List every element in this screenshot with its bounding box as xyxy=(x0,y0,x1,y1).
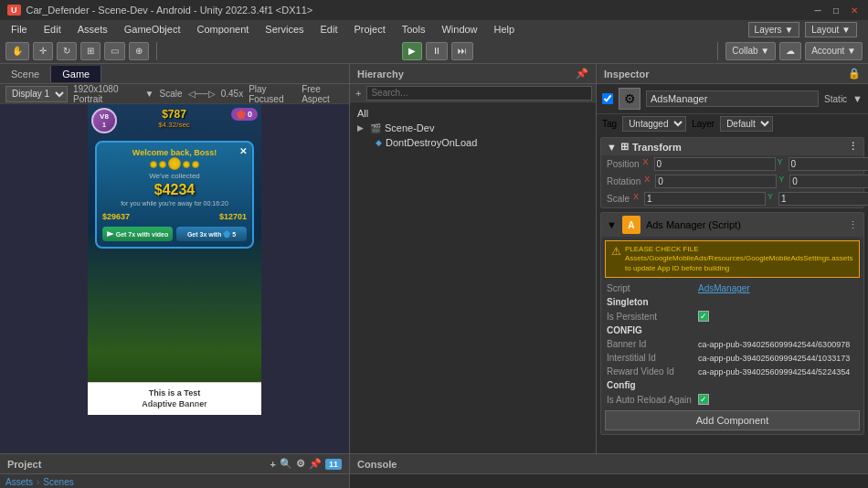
scale-label-insp: Scale xyxy=(607,194,630,204)
inspector-panel: Inspector 🔒 ⚙ Static ▼ Tag Untagged Laye… xyxy=(597,64,868,453)
hierarchy-pin[interactable]: 📌 xyxy=(576,68,588,80)
btn2-gems: 5 xyxy=(232,231,236,238)
project-search-icon[interactable]: 🔍 xyxy=(280,458,292,470)
scale-y[interactable] xyxy=(778,192,868,206)
hierarchy-header: Hierarchy 📌 xyxy=(350,64,596,84)
title-bar-left: U Car_Defender - Scene-Dev - Android - U… xyxy=(7,5,312,16)
project-pin[interactable]: 📌 xyxy=(309,458,322,470)
gameobj-icon: ◆ xyxy=(376,138,382,147)
rotate-tool[interactable]: ↻ xyxy=(57,42,77,60)
object-enabled-checkbox[interactable] xyxy=(602,93,613,104)
hierarchy-search[interactable] xyxy=(366,86,592,101)
scale-slider[interactable]: ◁──▷ xyxy=(188,89,216,99)
menu-component[interactable]: Component xyxy=(189,22,256,37)
is-persistent-row: Is Persistent ✓ xyxy=(601,309,863,324)
scene-game-panel: Scene Game Display 1 1920x1080 Portrait … xyxy=(0,64,350,453)
scale-tool[interactable]: ⊞ xyxy=(80,42,101,60)
menu-gameobject[interactable]: GameObject xyxy=(117,22,188,37)
coins-pile xyxy=(102,161,247,170)
menu-project[interactable]: Project xyxy=(347,22,393,37)
transform-icon: ⊞ xyxy=(620,141,629,153)
hierarchy-add-button[interactable]: + xyxy=(354,88,363,99)
ads-options[interactable]: ⋮ xyxy=(848,219,858,231)
menu-services[interactable]: Services xyxy=(258,22,311,37)
project-add[interactable]: + xyxy=(270,459,276,470)
script-value[interactable]: AdsManager xyxy=(698,283,750,293)
transform-title: Transform xyxy=(632,142,682,153)
transform-tool[interactable]: ⊕ xyxy=(129,42,149,60)
transform-options[interactable]: ⋮ xyxy=(848,141,858,153)
rotation-row: Rotation X Y Z xyxy=(601,173,863,190)
position-y[interactable] xyxy=(789,157,868,171)
rotation-x[interactable] xyxy=(655,175,777,188)
add-component-button[interactable]: Add Component xyxy=(605,410,860,430)
y-label: Y xyxy=(778,157,787,171)
banner-line1: This is a Test xyxy=(149,388,200,399)
rect-tool[interactable]: ▭ xyxy=(104,42,125,60)
title-bar-controls[interactable]: ─ □ ✕ xyxy=(811,4,861,16)
minimize-button[interactable]: ─ xyxy=(811,4,824,16)
inspector-lock[interactable]: 🔒 xyxy=(848,68,861,80)
is-persistent-checkbox[interactable]: ✓ xyxy=(698,311,709,322)
menu-edit[interactable]: Edit xyxy=(37,22,69,37)
coin xyxy=(192,161,199,168)
display-select[interactable]: Display 1 xyxy=(5,86,68,102)
tab-game[interactable]: Game xyxy=(51,66,101,82)
coin xyxy=(159,161,166,168)
layer-select[interactable]: Default xyxy=(720,116,773,132)
title-bar: U Car_Defender - Scene-Dev - Android - U… xyxy=(0,0,868,20)
account-button[interactable]: Account ▼ xyxy=(805,42,863,60)
scene-dev-label: Scene-Dev xyxy=(385,122,434,133)
get-7x-button[interactable]: Get 7x with video xyxy=(102,227,173,241)
dontdestroy-item[interactable]: ◆ DontDestroyOnLoad xyxy=(350,135,596,150)
scene-dev-item[interactable]: ▶ 🎬 Scene-Dev xyxy=(350,121,596,135)
maximize-button[interactable]: □ xyxy=(830,4,842,16)
game-viewport: V8 1 $787 $4.32/sec 0 xyxy=(0,104,349,453)
layout-dropdown[interactable]: Layout ▼ xyxy=(805,22,857,37)
menu-tools[interactable]: Tools xyxy=(395,22,433,37)
ads-manager-section: ▼ A Ads Manager (Script) ⋮ ⚠ PLEASE CHEC… xyxy=(600,212,864,435)
menu-window[interactable]: Window xyxy=(434,22,484,37)
breadcrumb-assets[interactable]: Assets xyxy=(5,477,33,487)
collab-button[interactable]: Collab ▼ xyxy=(725,42,776,60)
hand-tool[interactable]: ✋ xyxy=(5,42,29,60)
position-x[interactable] xyxy=(654,157,776,171)
project-settings[interactable]: ⚙ xyxy=(296,458,305,470)
console-area: Console Reporting analytics data: /versi… xyxy=(350,454,868,488)
console-header: Console xyxy=(350,454,868,474)
cloud-button[interactable]: ☁ xyxy=(779,42,801,60)
menu-edit2[interactable]: Edit xyxy=(313,22,345,37)
rotation-y[interactable] xyxy=(789,175,868,188)
scale-row: Scale X Y Z xyxy=(601,190,863,207)
banner-id-value: ca-app-pub-3940256099942544/6300978 xyxy=(698,340,858,349)
step-button[interactable]: ⏭ xyxy=(451,42,473,60)
ads-icon: A xyxy=(622,216,640,234)
all-label: All xyxy=(357,108,368,119)
play-button[interactable]: ▶ xyxy=(402,42,422,60)
scale-x[interactable] xyxy=(644,192,766,206)
menu-help[interactable]: Help xyxy=(487,22,523,37)
menu-file[interactable]: File xyxy=(4,22,35,37)
object-name-field[interactable] xyxy=(646,90,819,107)
sy-label: Y xyxy=(767,192,777,206)
position-label: Position xyxy=(607,159,640,169)
dontdestroy-label: DontDestroyOnLoad xyxy=(386,137,477,148)
layers-dropdown[interactable]: Layers ▼ xyxy=(748,22,800,37)
move-tool[interactable]: ✛ xyxy=(33,42,53,60)
close-button[interactable]: ✕ xyxy=(848,4,861,16)
dialog-close-button[interactable]: ✕ xyxy=(239,146,247,156)
tag-select[interactable]: Untagged xyxy=(622,116,686,132)
config-header: CONFIG xyxy=(601,324,863,337)
tab-scene[interactable]: Scene xyxy=(0,66,51,82)
singleton-label: Singleton xyxy=(607,297,649,307)
get-3x-button[interactable]: Get 3x with 5 xyxy=(176,227,247,241)
static-dropdown[interactable]: ▼ xyxy=(852,93,863,104)
collected-text: We've collected xyxy=(102,172,247,180)
pause-button[interactable]: ⏸ xyxy=(426,42,448,60)
menu-assets[interactable]: Assets xyxy=(70,22,115,37)
banner-line2: Adaptive Banner xyxy=(142,399,207,410)
config-label: CONFIG xyxy=(607,325,642,335)
auto-reload-checkbox[interactable]: ✓ xyxy=(698,394,709,405)
banner-id-row: Banner Id ca-app-pub-3940256099942544/63… xyxy=(601,337,863,351)
breadcrumb-scenes[interactable]: Scenes xyxy=(43,477,73,487)
